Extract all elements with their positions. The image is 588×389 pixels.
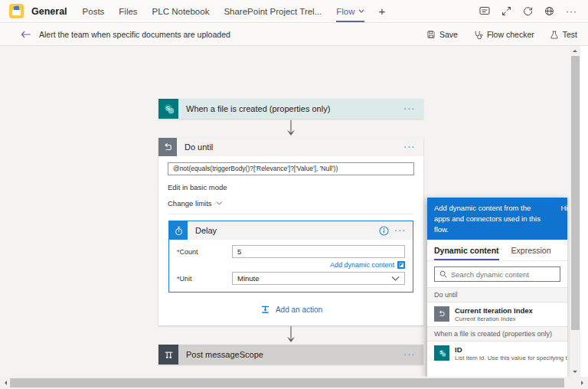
- change-limits-link[interactable]: Change limits: [168, 199, 414, 208]
- panel-header: Add dynamic content from the apps and co…: [427, 198, 567, 240]
- count-label: *Count: [177, 248, 232, 256]
- scope-icon: [158, 345, 178, 364]
- trigger-menu-icon[interactable]: ···: [404, 104, 424, 113]
- channel-icon: [9, 4, 24, 18]
- dynamic-item-id[interactable]: S ID List item id. Use this value for sp…: [427, 342, 567, 365]
- unit-dropdown[interactable]: Minute: [232, 272, 405, 285]
- back-button[interactable]: [21, 31, 31, 38]
- delay-menu-icon[interactable]: ···: [395, 226, 407, 235]
- search-input[interactable]: [451, 270, 555, 279]
- section-header-when-file-created: When a file is created (properties only): [427, 326, 567, 342]
- scroll-down-arrow[interactable]: [573, 371, 577, 375]
- panel-header-text: Add dynamic content from the apps and co…: [434, 204, 541, 234]
- teams-top-bar: General Posts Files PLC Notebook SharePo…: [0, 0, 588, 23]
- post-message-scope-card[interactable]: Post messageScope ···: [158, 345, 423, 364]
- svg-text:S: S: [165, 104, 169, 111]
- do-until-title: Do until: [177, 142, 404, 152]
- save-flow-label: Save: [439, 30, 458, 39]
- horizontal-scrollbar-thumb[interactable]: [10, 378, 564, 387]
- flow-checker-icon: [473, 30, 483, 40]
- chevron-down-icon: [358, 9, 364, 13]
- search-icon: [439, 270, 447, 278]
- scroll-up-arrow[interactable]: [573, 47, 577, 52]
- chat-popout-icon[interactable]: [479, 6, 490, 16]
- divider: [168, 214, 413, 214]
- test-label: Test: [563, 30, 577, 39]
- change-limits-label: Change limits: [168, 199, 212, 208]
- trigger-card-when-file-created[interactable]: S When a file is created (properties onl…: [158, 99, 423, 119]
- add-an-action-label: Add an action: [276, 306, 322, 314]
- dynamic-content-search[interactable]: [434, 266, 560, 282]
- item-title: ID: [455, 345, 567, 354]
- refresh-icon[interactable]: [523, 6, 533, 16]
- add-action-icon: [260, 304, 271, 315]
- info-icon[interactable]: [379, 226, 389, 236]
- vertical-scrollbar-thumb[interactable]: [571, 56, 580, 330]
- svg-text:S: S: [439, 350, 443, 355]
- add-tab-button[interactable]: +: [379, 0, 386, 22]
- tab-expression[interactable]: Expression: [511, 246, 551, 260]
- dynamic-item-current-iteration-index[interactable]: Current Iteration Index Current Iteratio…: [427, 302, 567, 326]
- flow-name-title: Alert the team when specific documents a…: [39, 30, 230, 39]
- do-until-loop-icon: [158, 138, 177, 156]
- teams-flow-editor: General Posts Files PLC Notebook SharePo…: [0, 0, 588, 389]
- save-flow-button[interactable]: Save: [426, 30, 458, 39]
- scroll-left-arrow[interactable]: [2, 381, 7, 385]
- tab-plc-notebook[interactable]: PLC Notebook: [152, 0, 210, 22]
- tab-files[interactable]: Files: [119, 0, 137, 22]
- add-an-action-button[interactable]: Add an action: [168, 304, 414, 323]
- vertical-scrollbar[interactable]: [570, 46, 580, 377]
- flow-checker-button[interactable]: Flow checker: [473, 30, 534, 40]
- add-dynamic-content-link[interactable]: Add dynamic content: [330, 261, 394, 269]
- hide-panel-button[interactable]: Hide: [560, 203, 567, 214]
- dynamic-content-icon: ◪: [397, 261, 405, 269]
- do-until-menu-icon[interactable]: ···: [404, 142, 424, 152]
- delay-body: *Count Add dynamic content ◪ *Unit Minut…: [169, 240, 413, 292]
- count-label-text: Count: [180, 248, 198, 256]
- unit-label: *Unit: [177, 275, 232, 283]
- tab-posts[interactable]: Posts: [83, 0, 105, 22]
- channel-name: General: [31, 6, 67, 17]
- scroll-right-arrow[interactable]: [581, 381, 586, 385]
- tab-sharepoint-project[interactable]: SharePoint Project Trel...: [224, 0, 322, 22]
- edit-basic-mode-link[interactable]: Edit in basic mode: [168, 183, 414, 191]
- item-subtitle: Current Iteration Index: [455, 315, 533, 322]
- delay-card: Delay ··· *Count Add dynamic content: [168, 221, 413, 293]
- tab-flow-label: Flow: [336, 7, 354, 16]
- connector-arrow: [286, 326, 296, 344]
- scope-title: Post messageScope: [178, 350, 404, 359]
- do-until-header[interactable]: Do until ···: [158, 138, 423, 156]
- trigger-title: When a file is created (properties only): [178, 104, 404, 113]
- chevron-down-icon: [216, 201, 223, 205]
- chevron-down-icon: [391, 276, 400, 281]
- do-until-body: @not(equals(triggerBody()?['Relevance']?…: [158, 156, 423, 323]
- more-options-icon[interactable]: ···: [566, 7, 577, 16]
- flow-checker-label: Flow checker: [487, 30, 534, 39]
- globe-icon[interactable]: [544, 6, 554, 16]
- do-until-container: Do until ··· @not(equals(triggerBody()?[…: [158, 138, 423, 325]
- unit-value: Minute: [237, 274, 391, 283]
- count-input[interactable]: [232, 245, 405, 258]
- delay-clock-icon: [169, 221, 188, 240]
- connector-arrow: [286, 120, 296, 137]
- test-button[interactable]: Test: [550, 30, 577, 40]
- delay-title: Delay: [188, 226, 379, 235]
- expand-icon[interactable]: [501, 6, 511, 16]
- save-icon: [426, 30, 436, 39]
- sharepoint-icon: S: [434, 345, 449, 361]
- delay-header[interactable]: Delay ···: [169, 221, 413, 240]
- tab-dynamic-content[interactable]: Dynamic content: [434, 246, 499, 260]
- channel-tabs: Posts Files PLC Notebook SharePoint Proj…: [83, 0, 386, 22]
- tab-flow[interactable]: Flow: [336, 0, 364, 22]
- panel-tabs: Dynamic content Expression: [427, 240, 567, 261]
- sharepoint-icon: S: [158, 99, 178, 119]
- top-right-actions: ···: [479, 6, 577, 16]
- do-until-expression-input[interactable]: @not(equals(triggerBody()?['Relevance']?…: [168, 162, 414, 175]
- test-beaker-icon: [550, 30, 559, 40]
- item-subtitle: List item id. Use this value for specify…: [455, 355, 567, 361]
- scope-menu-icon[interactable]: ···: [404, 350, 424, 359]
- horizontal-scrollbar[interactable]: [0, 377, 588, 389]
- loop-icon: [434, 306, 449, 322]
- unit-label-text: Unit: [180, 275, 192, 283]
- section-header-do-until: Do until: [427, 287, 567, 302]
